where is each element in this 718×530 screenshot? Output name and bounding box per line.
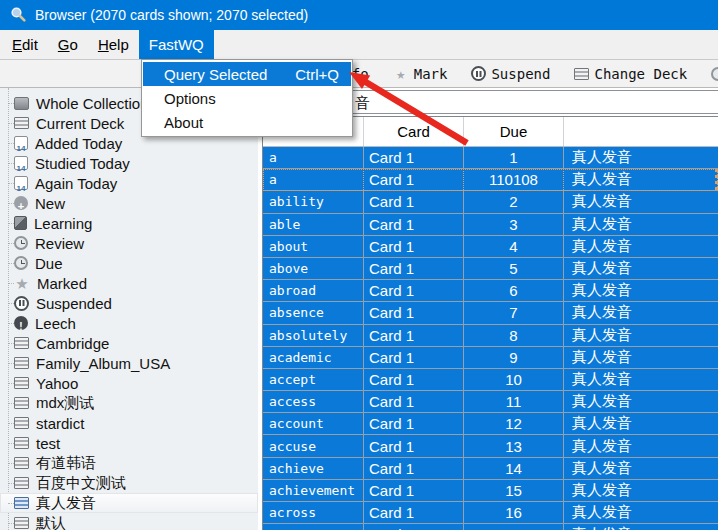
cell-card[interactable]: Card 1 [364,347,464,368]
table-row[interactable]: act Card 1 17 真人发音 [263,524,718,530]
cell-card[interactable]: Card 1 [364,480,464,501]
menu-item-query-selected[interactable]: Query Selected Ctrl+Q [143,62,351,86]
cell-due[interactable]: 15 [464,480,564,501]
cell-sort-field[interactable]: a [263,147,364,168]
cell-card[interactable]: Card 1 [364,214,464,235]
cell-deck[interactable]: 真人发音 [564,435,718,456]
cell-sort-field[interactable]: about [263,236,364,257]
cell-sort-field[interactable]: accuse [263,435,364,456]
column-header-card[interactable]: Card [364,117,464,146]
cell-sort-field[interactable]: access [263,391,364,412]
table-row[interactable]: account Card 1 12 真人发音 [263,413,718,435]
menu-fastwq[interactable]: FastWQ [139,30,214,59]
cell-due[interactable]: 16 [464,502,564,523]
cell-sort-field[interactable]: achievement [263,480,364,501]
cell-card[interactable]: Card 1 [364,169,464,190]
cell-sort-field[interactable]: ability [263,191,364,212]
cell-card[interactable]: Card 1 [364,391,464,412]
sidebar-item-mdx-test[interactable]: mdx测试 [0,393,258,413]
sidebar-item-leech[interactable]: Leech [0,313,258,333]
table-row[interactable]: a Card 1 110108 真人发音 [263,169,718,191]
table-row[interactable]: above Card 1 5 真人发音 [263,258,718,280]
cell-deck[interactable]: 真人发音 [564,413,718,434]
cell-deck[interactable]: 真人发音 [564,458,718,479]
toolbar-change-deck-button[interactable]: Change Deck [574,66,687,82]
toolbar-reschedule-button[interactable] [711,67,718,81]
cell-deck[interactable]: 真人发音 [564,258,718,279]
table-row[interactable]: access Card 1 11 真人发音 [263,391,718,413]
cell-card[interactable]: Card 1 [364,147,464,168]
cell-due[interactable]: 1 [464,147,564,168]
cell-due[interactable]: 3 [464,214,564,235]
cell-due[interactable]: 13 [464,435,564,456]
cell-sort-field[interactable]: a [263,169,364,190]
sidebar-item-baidu-chinese-test[interactable]: 百度中文测试 [0,473,258,493]
table-row[interactable]: accuse Card 1 13 真人发音 [263,435,718,457]
cell-card[interactable]: Card 1 [364,236,464,257]
cell-due[interactable]: 110108 [464,169,564,190]
cell-due[interactable]: 12 [464,413,564,434]
cell-due[interactable]: 17 [464,524,564,530]
menu-item-about[interactable]: About [143,110,351,134]
menu-item-options[interactable]: Options [143,86,351,110]
cell-card[interactable]: Card 1 [364,524,464,530]
cell-sort-field[interactable]: abroad [263,280,364,301]
sidebar-item-youdao-korean[interactable]: 有道韩语 [0,453,258,473]
sidebar-item-real-pronunciation[interactable]: 真人发音 [0,493,258,513]
cell-card[interactable]: Card 1 [364,325,464,346]
cell-sort-field[interactable]: academic [263,347,364,368]
cell-deck[interactable]: 真人发音 [564,391,718,412]
cell-card[interactable]: Card 1 [364,413,464,434]
sidebar-item-marked[interactable]: Marked [0,273,258,293]
cell-sort-field[interactable]: across [263,502,364,523]
sidebar-item-due[interactable]: Due [0,253,258,273]
cell-card[interactable]: Card 1 [364,302,464,323]
menu-help[interactable]: Help [88,30,139,59]
sidebar-item-family-album-usa[interactable]: Family_Album_USA [0,353,258,373]
cell-card[interactable]: Card 1 [364,435,464,456]
cell-sort-field[interactable]: act [263,524,364,530]
cell-deck[interactable]: 真人发音 [564,191,718,212]
cell-due[interactable]: 10 [464,369,564,390]
sidebar-item-default[interactable]: 默认 [0,513,258,530]
cell-due[interactable]: 7 [464,302,564,323]
sidebar-item-again-today[interactable]: Again Today [0,173,258,193]
cell-card[interactable]: Card 1 [364,280,464,301]
cell-deck[interactable]: 真人发音 [564,214,718,235]
cell-card[interactable]: Card 1 [364,369,464,390]
cell-due[interactable]: 14 [464,458,564,479]
cell-due[interactable]: 9 [464,347,564,368]
cell-deck[interactable]: 真人发音 [564,502,718,523]
cell-due[interactable]: 2 [464,191,564,212]
cell-sort-field[interactable]: achieve [263,458,364,479]
table-row[interactable]: ability Card 1 2 真人发音 [263,191,718,213]
sidebar-item-learning[interactable]: Learning [0,213,258,233]
cell-deck[interactable]: 真人发音 [564,280,718,301]
cell-deck[interactable]: 真人发音 [564,480,718,501]
cell-card[interactable]: Card 1 [364,502,464,523]
cell-sort-field[interactable]: absolutely [263,325,364,346]
cell-deck[interactable]: 真人发音 [564,147,718,168]
table-row[interactable]: accept Card 1 10 真人发音 [263,369,718,391]
table-row[interactable]: able Card 1 3 真人发音 [263,214,718,236]
sidebar-item-test[interactable]: test [0,433,258,453]
cell-deck[interactable]: 真人发音 [564,169,718,190]
table-row[interactable]: achievement Card 1 15 真人发音 [263,480,718,502]
table-row[interactable]: achieve Card 1 14 真人发音 [263,458,718,480]
toolbar-suspend-button[interactable]: Suspend [471,66,550,82]
table-row[interactable]: academic Card 1 9 真人发音 [263,347,718,369]
toolbar-mark-button[interactable]: Mark [393,66,448,82]
cell-sort-field[interactable]: accept [263,369,364,390]
menu-go[interactable]: Go [48,30,88,59]
sidebar-item-cambridge[interactable]: Cambridge [0,333,258,353]
cell-card[interactable]: Card 1 [364,458,464,479]
cell-sort-field[interactable]: able [263,214,364,235]
table-row[interactable]: abroad Card 1 6 真人发音 [263,280,718,302]
cell-due[interactable]: 11 [464,391,564,412]
cell-deck[interactable]: 真人发音 [564,524,718,530]
cell-deck[interactable]: 真人发音 [564,302,718,323]
cell-deck[interactable]: 真人发音 [564,236,718,257]
cell-sort-field[interactable]: above [263,258,364,279]
cell-due[interactable]: 5 [464,258,564,279]
table-row[interactable]: across Card 1 16 真人发音 [263,502,718,524]
